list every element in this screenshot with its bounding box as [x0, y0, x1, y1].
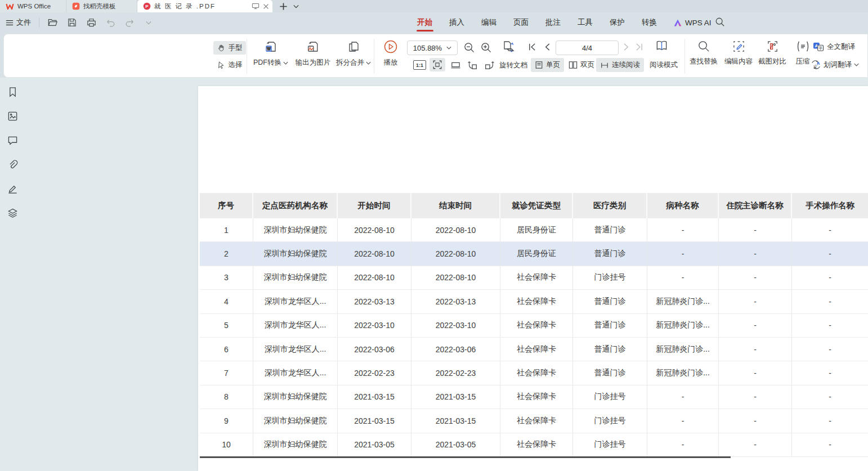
- continuous-read-button[interactable]: 连续阅读: [596, 58, 644, 72]
- first-page-button[interactable]: [527, 42, 537, 52]
- redo-icon[interactable]: [124, 17, 135, 28]
- table-header-cell: 手术操作名称: [792, 193, 868, 218]
- tab-docer-templates[interactable]: 找稻壳模板: [66, 0, 137, 12]
- rotate-document-icon[interactable]: [502, 39, 516, 54]
- table-cell: 2022-08-10: [411, 218, 500, 241]
- word-translate-label: 划词翻译: [824, 60, 852, 70]
- present-to-screen-icon[interactable]: [252, 3, 259, 10]
- table-row: 3深圳市妇幼保健院2022-08-102022-08-10社会保障卡门诊挂号--…: [200, 266, 868, 290]
- thumbnail-icon[interactable]: [6, 110, 19, 122]
- zoom-out-button[interactable]: [463, 42, 475, 53]
- hand-tool-button[interactable]: 手型: [213, 41, 246, 55]
- tab-home-label: WPS Office: [17, 3, 51, 10]
- signature-icon[interactable]: [6, 182, 19, 195]
- rotate-document-label[interactable]: 旋转文档: [499, 61, 527, 70]
- chevron-down-icon: [854, 63, 859, 66]
- read-mode-button[interactable]: 阅读模式: [646, 58, 682, 72]
- play-button[interactable]: 播放: [383, 39, 398, 68]
- undo-icon[interactable]: [105, 17, 116, 28]
- attachment-icon[interactable]: [6, 158, 19, 171]
- page-number-input[interactable]: 4/4: [556, 41, 619, 55]
- layers-icon[interactable]: [6, 207, 19, 219]
- zoom-level-select[interactable]: 105.88%: [407, 41, 458, 55]
- select-tool-button[interactable]: 选择: [213, 58, 246, 71]
- tab-insert[interactable]: 插入: [441, 12, 473, 33]
- table-cell: 社会保障卡: [500, 266, 573, 289]
- find-replace-button[interactable]: 查找替换: [690, 40, 718, 66]
- table-cell: 7: [200, 361, 253, 384]
- export-image-button[interactable]: 输出为图片: [296, 40, 331, 68]
- table-header-cell: 定点医药机构名称: [253, 193, 338, 218]
- play-icon: [383, 39, 398, 54]
- table-cell: 2021-03-05: [411, 433, 500, 456]
- table-cell: 2022-08-10: [411, 242, 500, 265]
- comment-icon[interactable]: [6, 134, 19, 146]
- rotate-right-icon[interactable]: [481, 58, 497, 71]
- edit-content-button[interactable]: 编辑内容: [724, 40, 753, 66]
- bookmark-icon[interactable]: [6, 86, 19, 98]
- full-translate-button[interactable]: A字 全文翻译: [813, 42, 855, 52]
- file-menu-button[interactable]: 文件: [6, 17, 31, 28]
- table-cell: -: [719, 314, 792, 337]
- table-cell: 6: [200, 338, 253, 361]
- last-page-button[interactable]: [634, 42, 644, 52]
- svg-text:P: P: [145, 4, 149, 9]
- left-sidebar: [0, 86, 25, 219]
- next-page-button[interactable]: [622, 42, 630, 52]
- table-header-cell: 开始时间: [338, 193, 411, 218]
- tab-convert[interactable]: 转换: [633, 12, 665, 33]
- table-row: 4深圳市龙华区人...2022-03-132022-03-13社会保障卡普通门诊…: [200, 290, 868, 313]
- wps-ai-button[interactable]: WPS AI: [673, 12, 712, 33]
- find-replace-label: 查找替换: [690, 57, 718, 66]
- tab-page[interactable]: 页面: [505, 12, 537, 33]
- tab-protect[interactable]: 保护: [601, 12, 633, 33]
- tab-docer-label: 找稻壳模板: [83, 2, 116, 11]
- wps-logo-icon: [6, 3, 14, 10]
- table-cell: 深圳市龙华区人...: [253, 314, 338, 337]
- full-translate-label: 全文翻译: [827, 42, 855, 52]
- tab-list-chevron-icon[interactable]: [293, 5, 299, 8]
- tab-document-active[interactable]: P 就 医 记 录 .PDF: [137, 0, 272, 12]
- edit-content-label: 编辑内容: [724, 57, 753, 66]
- single-page-button[interactable]: 单页: [531, 58, 564, 72]
- tab-wps-home[interactable]: WPS Office: [0, 0, 66, 12]
- file-menu-label: 文件: [16, 17, 31, 28]
- print-icon[interactable]: [86, 17, 97, 28]
- fit-width-button[interactable]: [448, 58, 463, 71]
- actual-size-button[interactable]: 1:1: [413, 60, 426, 70]
- compress-button[interactable]: 压缩: [796, 40, 810, 66]
- table-cell: 社会保障卡: [500, 338, 573, 361]
- zoom-in-button[interactable]: [480, 42, 492, 53]
- table-cell: 1: [200, 218, 253, 241]
- doc-table-header-row: 序号定点医药机构名称开始时间结束时间就诊凭证类型医疗类别病种名称住院主诊断名称手…: [200, 193, 868, 218]
- rotate-left-icon[interactable]: [464, 58, 480, 71]
- split-merge-button[interactable]: 拆分合并: [336, 40, 371, 68]
- word-translate-button[interactable]: 文A 划词翻译: [811, 60, 859, 70]
- open-file-icon[interactable]: [47, 17, 59, 28]
- tab-comment[interactable]: 批注: [537, 12, 569, 33]
- continuous-read-icon: [600, 61, 609, 69]
- screenshot-compare-label: 截图对比: [758, 57, 786, 66]
- search-icon[interactable]: [715, 17, 725, 27]
- close-tab-icon[interactable]: [263, 3, 269, 10]
- read-mode-icon[interactable]: [655, 39, 669, 52]
- undo-history-chevron-icon[interactable]: [143, 17, 154, 28]
- pdf-convert-button[interactable]: W PDF转换: [253, 40, 288, 68]
- table-cell: -: [792, 433, 868, 456]
- pdf-page[interactable]: 序号定点医药机构名称开始时间结束时间就诊凭证类型医疗类别病种名称住院主诊断名称手…: [198, 86, 868, 471]
- previous-page-button[interactable]: [543, 42, 552, 52]
- wps-ai-logo-icon: [673, 19, 682, 27]
- save-icon[interactable]: [66, 17, 78, 28]
- table-cell: 3: [200, 266, 253, 289]
- fit-page-button[interactable]: [429, 58, 445, 71]
- tab-edit[interactable]: 编辑: [473, 12, 505, 33]
- table-cell: 2022-08-10: [411, 266, 500, 289]
- new-tab-icon[interactable]: [279, 2, 288, 11]
- table-cell: 2021-03-15: [411, 409, 500, 432]
- wps-app-window: WPS Office 找稻壳模板 P 就 医 记 录 .PDF: [0, 0, 868, 471]
- screenshot-compare-button[interactable]: 截图对比: [758, 40, 786, 66]
- table-cell: 深圳市妇幼保健院: [253, 433, 338, 456]
- tab-tools[interactable]: 工具: [569, 12, 601, 33]
- table-header-cell: 住院主诊断名称: [719, 193, 792, 218]
- tab-home-ribbon[interactable]: 开始: [409, 12, 441, 33]
